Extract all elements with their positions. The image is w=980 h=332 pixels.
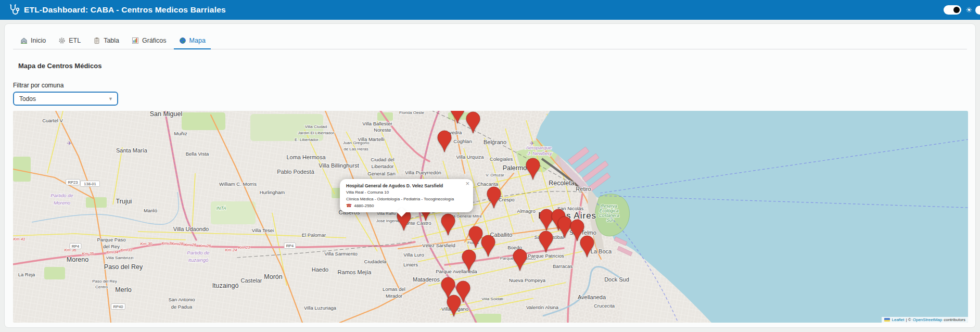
map-label: ✈ xyxy=(67,140,71,146)
map-label: Villa Luro xyxy=(403,252,424,258)
tab-label: Inicio xyxy=(31,37,46,44)
map-label: San Antonio xyxy=(168,297,195,302)
map-label: Florida Oeste xyxy=(399,111,425,115)
toggle-knob xyxy=(953,7,960,13)
map-label: Villa Soldati xyxy=(481,297,503,301)
map-label: Paso del Rey xyxy=(104,263,143,271)
map-label: Ciudad del xyxy=(371,157,394,162)
house-icon xyxy=(20,37,28,44)
app-title: ETL-Dashboard: CABA - Centros Medicos Ba… xyxy=(24,5,226,15)
km-label: Km 28 xyxy=(171,241,184,246)
map-label: de Las Heras xyxy=(343,147,368,151)
km-label: Km 34 xyxy=(106,250,119,254)
map-label: Santa María xyxy=(116,147,148,154)
svg-text:RP40: RP40 xyxy=(113,304,123,309)
map-label: General San xyxy=(367,171,395,176)
popup-close-button[interactable]: × xyxy=(465,180,469,187)
leaflet-link[interactable]: Leaflet xyxy=(892,317,904,322)
map-label: El Palomar xyxy=(302,232,326,238)
km-label: Km 41 xyxy=(13,237,25,241)
globe-icon xyxy=(179,37,186,44)
map-label: Centro xyxy=(95,285,108,289)
map-label: Villa Urquiza xyxy=(456,154,484,160)
map-label: V. Ortúzar xyxy=(486,173,504,177)
map-label: Castelar xyxy=(241,277,262,284)
road-shield: RP40 xyxy=(111,304,125,310)
map-label: Villa Billinghurst xyxy=(319,162,359,169)
map-label: Juan Gregorio xyxy=(343,141,370,145)
sun-icon[interactable]: ☀ xyxy=(965,5,972,15)
map-label: William C. Morris xyxy=(219,181,257,187)
map-label: Partido de xyxy=(50,193,73,198)
map-label: Loma Hermosa xyxy=(286,154,326,160)
map-label: Parque Paso xyxy=(97,237,126,242)
clipboard-icon xyxy=(93,37,100,44)
map-label: Hurlingham xyxy=(260,189,285,195)
map-label: Retiro xyxy=(576,186,591,192)
map-label: INTA xyxy=(217,206,226,211)
map-label: Paso del Rey xyxy=(92,279,117,284)
map-label: San Miguel xyxy=(150,111,183,118)
map-label: Barracas xyxy=(553,263,572,269)
tab-mapa[interactable]: Mapa xyxy=(174,32,211,49)
popup-phone: 4880-2550 xyxy=(354,203,374,208)
map-label: Mataderos xyxy=(413,276,440,283)
map-label: Palermo xyxy=(503,164,527,172)
tab-graficos[interactable]: Gráficos xyxy=(126,32,172,49)
tab-label: Mapa xyxy=(189,37,206,44)
tab-inicio[interactable]: Inicio xyxy=(15,32,51,49)
map-label: Crucecita xyxy=(594,303,615,309)
svg-text:RP4: RP4 xyxy=(72,244,80,249)
map-canvas[interactable]: Cuartel VSan MiguelMuñizSanta MaríaBella… xyxy=(13,111,968,323)
map-label: Ciudadela xyxy=(364,259,387,264)
map-label: Ituzaingó xyxy=(188,257,209,263)
map-label: La Boca xyxy=(591,248,612,254)
tab-tabla[interactable]: Tabla xyxy=(88,32,124,49)
popup-line1: Villa Real - Comuna 10 xyxy=(346,189,463,196)
svg-text:138-01: 138-01 xyxy=(84,182,96,186)
map-label: E. Libertador xyxy=(295,137,319,142)
map-label: Haedo xyxy=(312,266,328,273)
map-label: Belgrano xyxy=(483,139,506,145)
moon-icon[interactable] xyxy=(975,6,980,15)
tab-etl[interactable]: ETL xyxy=(53,32,86,49)
map-label: Villa Luzuriaga xyxy=(304,305,337,311)
map-label: Recoleta xyxy=(549,180,574,187)
map-label: Liniers xyxy=(403,262,418,267)
map-label: Moreno xyxy=(67,256,88,263)
map-label: Chacarita xyxy=(477,181,499,187)
app-header: ETL-Dashboard: CABA - Centros Medicos Ba… xyxy=(0,0,980,20)
tab-label: Gráficos xyxy=(142,37,167,44)
map-label: Villa Sambrizzi xyxy=(106,256,134,260)
leaflet-map[interactable]: Cuartel VSan MiguelMuñizSanta MaríaBella… xyxy=(13,111,968,323)
map-label: La Reja xyxy=(18,272,35,277)
bar-chart-icon xyxy=(132,37,139,44)
attribution-sep: | © xyxy=(906,317,911,322)
map-label: Lomas del xyxy=(383,286,405,292)
map-label: Dock Sud xyxy=(604,276,629,283)
map-label: Avellaneda xyxy=(578,294,606,300)
km-label: Km 35 xyxy=(82,251,94,256)
content-card: Inicio ETL Tabla xyxy=(4,23,976,328)
tab-label: ETL xyxy=(69,37,81,44)
map-label: Morón xyxy=(264,273,282,280)
map-popup: Hospital General de Agudos D. Velez Sars… xyxy=(340,179,473,212)
map-attribution: Leaflet | © OpenStreetMap contributors xyxy=(882,317,968,323)
map-label: Villa Ciudad xyxy=(305,124,327,129)
km-label: Km 26 xyxy=(199,244,211,248)
map-label: Villa Tesei xyxy=(252,227,274,233)
map-label: Bella Vista xyxy=(186,151,209,157)
comuna-select[interactable]: Todos ▼ xyxy=(13,92,118,106)
map-label: Moreno xyxy=(54,200,70,206)
map-label: Libertador xyxy=(372,163,394,169)
osm-link[interactable]: OpenStreetMap xyxy=(913,317,942,322)
map-label: Ituzaingó xyxy=(212,282,239,289)
map-label: Coghlan xyxy=(453,138,472,144)
gear-icon xyxy=(58,37,66,44)
theme-toggle[interactable] xyxy=(944,5,961,15)
map-label: del Rey xyxy=(103,244,120,249)
road-shield: 138-01 xyxy=(81,181,100,187)
attribution-suffix: contributors xyxy=(944,317,965,322)
map-label: Trujui xyxy=(116,198,132,205)
map-label: Parque Avellaneda xyxy=(436,269,477,274)
